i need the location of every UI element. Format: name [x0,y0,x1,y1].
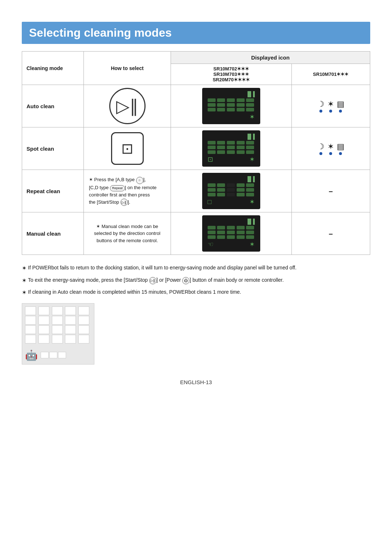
note-line-2: ✶ To exit the energy-saving mode, press … [22,276,370,285]
note-text-3: If cleaning in Auto clean mode is comple… [28,288,241,296]
main-table: Cleaning mode How to select Displayed ic… [22,51,370,255]
auto-clean-icon-cell: ▷∥ [84,85,171,127]
vacuum-robot-icon: 🤖 [25,349,38,361]
page-footer: ENGLISH-13 [22,379,370,385]
floor-cell [25,306,36,315]
notes-section: ✶ If POWERbot fails to return to the doc… [22,264,370,297]
spot-clean-icon-cell: ⊡ [84,127,171,170]
note-asterisk-3: ✶ [22,288,26,297]
floor-cell [65,306,76,315]
dash-cell-manual: – [291,212,370,255]
floor-cell [49,352,57,358]
col-header-how-to: How to select [84,52,171,85]
manual-clean-howto-cell: ✶ Manual clean mode can be selected by t… [84,212,171,255]
spot-clean-icon: ⊡ [111,132,144,165]
note-text-2: To exit the energy-saving mode, press th… [28,276,284,284]
lcd-cell-spot: ▐▌▌ ⊡ ✶ [171,127,292,170]
col-header-cleaning-mode: Cleaning mode [22,52,84,85]
col-header-sr701: SR10M701✶✶✶ [291,64,370,85]
repeat-clean-text: ✶ Press the [A,B type ○], [C,D type Repe… [89,176,166,206]
power-note-btn: ⏻ [182,277,189,284]
lcd-cell-auto: ▐▌▌ ✶ [171,85,292,127]
floor-cell [38,335,49,343]
floor-cell [65,316,76,325]
floor-cell [52,325,63,334]
lcd-display-auto: ▐▌▌ ✶ [202,88,260,124]
small-icons-spot-inner: ☽ ✶ ▤ [295,142,367,155]
floor-grid [22,304,94,346]
lcd-segments [208,98,255,111]
icon-sweep-spot: ✶ [327,142,334,155]
floor-bottom: 🤖 [22,346,94,364]
small-icons-auto-inner: ☽ ✶ ▤ [295,99,367,113]
floor-cell [38,316,49,325]
lcd-bottom-manual: ☜ ✶ [208,240,255,248]
table-row: Auto clean ▷∥ ▐▌▌ ✶ [22,85,370,127]
lcd-bottom-repeat: □ ✶ [208,198,255,206]
floor-cell [38,325,49,334]
floor-cell [78,306,89,315]
floor-cell [78,325,89,334]
startstop-btn: ▷∥ [121,199,128,206]
icon-moon-spot: ☽ [317,142,324,155]
icon-filter-spot: ▤ [337,142,344,155]
dash-cell-repeat: – [291,170,370,212]
mode-label-spot: Spot clean [22,127,84,170]
a-type-btn: ○ [136,177,143,184]
note-line-3: ✶ If cleaning in Auto clean mode is comp… [22,288,370,297]
small-icons-spot: ☽ ✶ ▤ [291,127,370,170]
displayed-icon-header: Displayed icon [171,52,370,64]
floor-cell [25,316,36,325]
mode-label-manual: Manual clean [22,212,84,255]
lcd-top-icons: ▐▌▌ [246,91,258,97]
note-asterisk-1: ✶ [22,264,26,273]
lcd-display-manual: ▐▌▌ ☜ ✶ [202,215,260,252]
manual-clean-text: ✶ Manual clean mode can be selected by t… [89,223,166,244]
floor-cell [65,325,76,334]
play-pause-icon: ▷∥ [109,88,146,124]
note-asterisk-2: ✶ [22,276,26,285]
lcd-top-icons-manual: ▐▌▌ [246,219,258,224]
floor-cell [58,352,66,358]
mode-label-auto: Auto clean [22,85,84,127]
note-text-1: If POWERbot fails to return to the docki… [28,264,297,272]
lcd-display-spot: ▐▌▌ ⊡ ✶ [202,130,260,167]
lcd-segments-spot [208,141,255,154]
note-line-1: ✶ If POWERbot fails to return to the doc… [22,264,370,273]
repeat-clean-howto-cell: ✶ Press the [A,B type ○], [C,D type Repe… [84,170,171,212]
lcd-top-icons-repeat: ▐▌▌ [246,176,258,182]
table-row: Repeat clean ✶ Press the [A,B type ○], [… [22,170,370,212]
lcd-top-icons-spot: ▐▌▌ [246,134,258,139]
lcd-segments-repeat [208,183,255,196]
floor-cell [65,335,76,343]
table-row: Spot clean ⊡ ▐▌▌ ⊡ ✶ [22,127,370,170]
lcd-display-repeat: ▐▌▌ □ ✶ [202,173,260,209]
floor-cell [78,335,89,343]
start-stop-note-btn: ▷∥ [149,277,156,284]
floor-cell [52,306,63,315]
lcd-cell-manual: ▐▌▌ ☜ ✶ [171,212,292,255]
page-title: Selecting cleaning modes [22,22,370,44]
lcd-bottom-auto: ✶ [208,113,255,121]
floor-cell [25,325,36,334]
mode-label-repeat: Repeat clean [22,170,84,212]
icon-moon: ☽ [317,99,324,113]
floor-cell [52,316,63,325]
floor-cell [78,316,89,325]
floor-cell [38,306,49,315]
lcd-segments-manual [208,226,255,239]
floor-cell [41,352,49,358]
small-icons-auto: ☽ ✶ ▤ [291,85,370,127]
floor-cell [52,335,63,343]
repeat-btn: Repeat [110,185,125,192]
col-header-sr702: SR10M702✶✶✶ SR10M703✶✶✶ SR20M70✶✶✶✶ [171,64,292,85]
table-row: Manual clean ✶ Manual clean mode can be … [22,212,370,255]
floor-image: 🤖 [22,303,94,365]
icon-sweep: ✶ [327,99,334,113]
lcd-bottom-spot: ⊡ ✶ [208,155,255,163]
icon-filter: ▤ [337,99,344,113]
lcd-cell-repeat: ▐▌▌ □ ✶ [171,170,292,212]
floor-cell [25,335,36,343]
